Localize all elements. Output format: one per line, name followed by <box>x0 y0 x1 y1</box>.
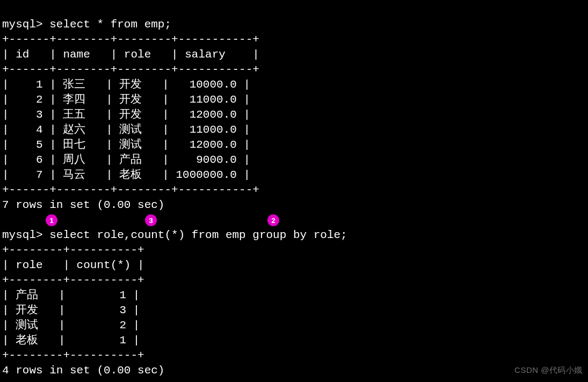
table2-border-top: +--------+----------+ <box>2 244 144 256</box>
table1-header: | id | name | role | salary | <box>2 48 259 61</box>
table2-border-mid: +--------+----------+ <box>2 274 144 286</box>
mysql-prompt: mysql> <box>2 229 43 241</box>
table2-row: | 老板 | 1 | <box>2 334 140 347</box>
table2-border-bot: +--------+----------+ <box>2 349 144 362</box>
table1-row: | 3 | 王五 | 开发 | 12000.0 | <box>2 109 250 121</box>
table1-border-top: +------+--------+--------+-----------+ <box>2 33 259 46</box>
annotation-badge-1: 1 <box>46 214 57 226</box>
table1-row: | 2 | 李四 | 开发 | 11000.0 | <box>2 93 250 106</box>
watermark-text: CSDN @代码小娥 <box>514 363 583 378</box>
annotation-badge-3: 3 <box>145 214 157 226</box>
table1-border-mid: +------+--------+--------+-----------+ <box>2 63 259 76</box>
annotation-badge-2: 2 <box>267 214 279 226</box>
sql-query-2: select role,count(*) from emp group by r… <box>43 229 347 241</box>
table2-status: 4 rows in set (0.00 sec) <box>2 364 164 377</box>
table2-row: | 测试 | 2 | <box>2 319 140 331</box>
table1-row: | 6 | 周八 | 产品 | 9000.0 | <box>2 154 250 166</box>
table1-row: | 5 | 田七 | 测试 | 12000.0 | <box>2 139 250 151</box>
table1-border-bot: +------+--------+--------+-----------+ <box>2 184 259 196</box>
table1-row: | 1 | 张三 | 开发 | 10000.0 | <box>2 78 250 91</box>
terminal-output: mysql> select * from emp; +------+------… <box>0 0 588 380</box>
mysql-prompt: mysql> <box>2 18 43 31</box>
table1-status: 7 rows in set (0.00 sec) <box>2 199 164 211</box>
table1-row: | 7 | 马云 | 老板 | 1000000.0 | <box>2 169 250 181</box>
table2-header: | role | count(*) | <box>2 259 144 271</box>
table2-row: | 开发 | 3 | <box>2 304 140 316</box>
table2-row: | 产品 | 1 | <box>2 289 140 301</box>
sql-query-1: select * from emp; <box>43 18 171 31</box>
table1-row: | 4 | 赵六 | 测试 | 11000.0 | <box>2 124 250 136</box>
